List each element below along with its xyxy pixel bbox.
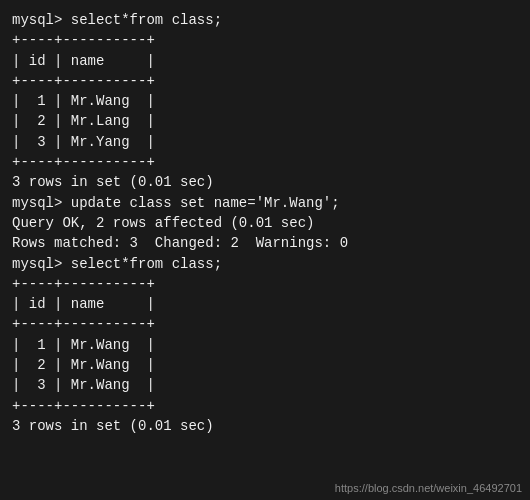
terminal-line: +----+----------+ — [12, 30, 518, 50]
terminal-line: | 2 | Mr.Lang | — [12, 111, 518, 131]
terminal-line: +----+----------+ — [12, 396, 518, 416]
terminal-line: +----+----------+ — [12, 152, 518, 172]
terminal-line: +----+----------+ — [12, 71, 518, 91]
terminal-line: +----+----------+ — [12, 274, 518, 294]
terminal-line: | 3 | Mr.Wang | — [12, 375, 518, 395]
terminal-line: | 1 | Mr.Wang | — [12, 91, 518, 111]
terminal-line: mysql> update class set name='Mr.Wang'; — [12, 193, 518, 213]
terminal-line: Query OK, 2 rows affected (0.01 sec) — [12, 213, 518, 233]
terminal-line: mysql> select*from class; — [12, 10, 518, 30]
terminal-line: 3 rows in set (0.01 sec) — [12, 416, 518, 436]
terminal-line: | 3 | Mr.Yang | — [12, 132, 518, 152]
watermark: https://blog.csdn.net/weixin_46492701 — [335, 482, 522, 494]
terminal-line: | id | name | — [12, 51, 518, 71]
terminal-content: mysql> select*from class;+----+---------… — [12, 10, 518, 436]
terminal-line: Rows matched: 3 Changed: 2 Warnings: 0 — [12, 233, 518, 253]
terminal-line: | 1 | Mr.Wang | — [12, 335, 518, 355]
terminal-window: mysql> select*from class;+----+---------… — [0, 0, 530, 500]
terminal-line: | id | name | — [12, 294, 518, 314]
terminal-line: +----+----------+ — [12, 314, 518, 334]
terminal-line: mysql> select*from class; — [12, 254, 518, 274]
terminal-line: | 2 | Mr.Wang | — [12, 355, 518, 375]
terminal-line: 3 rows in set (0.01 sec) — [12, 172, 518, 192]
